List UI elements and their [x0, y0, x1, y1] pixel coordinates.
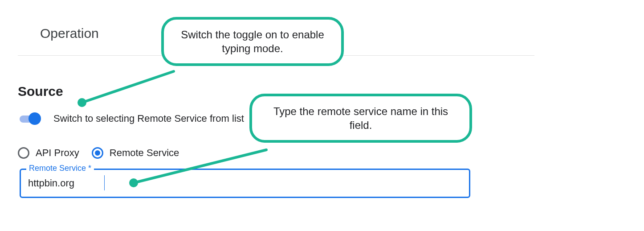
radio-dot-icon [95, 150, 100, 156]
radio-circle-icon [92, 147, 103, 159]
radio-remote-service-label: Remote Service [110, 147, 179, 159]
radio-api-proxy[interactable]: API Proxy [18, 147, 79, 159]
toggle-row: Switch to selecting Remote Service from … [18, 111, 244, 126]
typing-mode-toggle[interactable] [18, 111, 41, 126]
radio-remote-service[interactable]: Remote Service [92, 147, 179, 159]
remote-service-input[interactable] [27, 177, 455, 190]
operation-heading: Operation [40, 26, 99, 41]
toggle-knob [29, 112, 41, 125]
toggle-label: Switch to selecting Remote Service from … [53, 113, 244, 124]
text-caret [104, 175, 105, 190]
svg-point-1 [77, 98, 86, 107]
callout-field-hint: Type the remote service name in this fie… [249, 94, 472, 143]
source-type-radio-group: API Proxy Remote Service [18, 147, 192, 159]
radio-api-proxy-label: API Proxy [36, 147, 79, 159]
svg-line-0 [82, 71, 174, 103]
callout-toggle-hint: Switch the toggle on to enable typing mo… [161, 17, 344, 66]
remote-service-field-wrap[interactable]: Remote Service * [20, 169, 470, 198]
remote-service-floating-label: Remote Service * [26, 164, 94, 173]
radio-circle-icon [18, 147, 29, 159]
source-heading: Source [18, 84, 63, 99]
